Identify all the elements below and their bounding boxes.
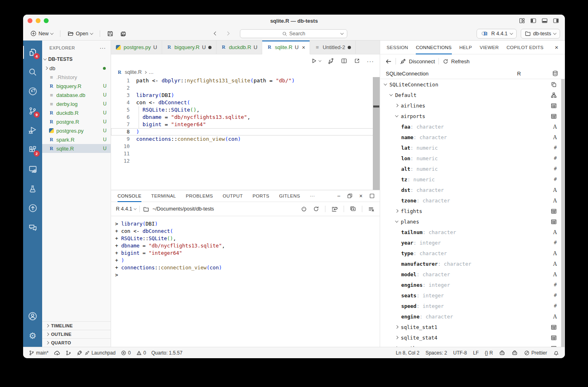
status-quarto-version[interactable]: Quarto: 1.5.57 [151,350,182,356]
toggle-bottom-panel-icon[interactable] [541,17,548,24]
panel-tab-terminal[interactable]: TERMINAL [151,190,176,202]
connections-back-button[interactable] [385,58,392,65]
run-file-button[interactable] [311,58,321,64]
split-editor-button[interactable] [341,58,347,64]
status-git-branch[interactable]: main* [29,350,49,356]
close-window-button[interactable] [28,18,32,23]
tree-node-airlines[interactable]: airlines [380,100,565,111]
activity-item-settings[interactable]: ⚙ [23,326,42,345]
panel-tab-output[interactable]: OUTPUT [223,190,243,202]
activity-item-source-control[interactable]: 9 [23,101,42,120]
tree-node-airports[interactable]: airports [380,111,565,121]
activity-item-publish[interactable] [23,198,42,218]
status-encoding[interactable]: UTF-8 [453,350,467,356]
explorer-more-actions[interactable]: ··· [100,45,106,51]
sidebar-section-timeline[interactable]: TIMELINE [42,321,111,330]
status-prettier[interactable]: Prettier [524,350,547,356]
tab-Untitled-2[interactable]: ≡Untitled-2 [310,41,356,54]
close-right-panel-icon[interactable]: × [555,44,558,51]
file-item-derby.log[interactable]: ≡derby.logU [42,99,111,108]
file-item-duckdb.R[interactable]: Rduckdb.RU [42,108,111,117]
right-tab-copilot-edits[interactable]: COPILOT EDITS [507,41,543,54]
status-indentation[interactable]: Spaces: 2 [425,350,447,356]
tree-field-manufacturer[interactable]: manufacturer : characterA [380,258,565,269]
right-tab-connections[interactable]: CONNECTIONS [416,41,451,54]
tree-field-faa[interactable]: faa : characterA [380,121,565,132]
tab-duckdb.R[interactable]: Rduckdb.RU [216,41,262,54]
console-runtime-selector[interactable]: R 4.4.1 [116,206,136,212]
console-output[interactable]: > library(DBI)+ con <- dbConnect(+ RSQLi… [111,216,380,347]
panel-tab-[interactable]: ··· [310,190,315,202]
tree-node-SQLiteConnection[interactable]: SQLiteConnection [380,79,565,90]
right-tab-help[interactable]: HELP [460,41,472,54]
workspace-root[interactable]: DB-TESTS [42,55,111,64]
toggle-right-panel-icon[interactable] [553,17,559,24]
tree-field-tzone[interactable]: tzone : characterA [380,195,565,206]
editor-more-actions[interactable]: ··· [367,58,374,64]
tree-field-tailnum[interactable]: tailnum : characterA [380,227,565,237]
toggle-left-panel-icon[interactable] [530,17,537,24]
status-eol[interactable]: LF [473,350,479,356]
tree-node-planes[interactable]: planes [380,216,565,227]
tree-node-flights[interactable]: flights [380,206,565,216]
activity-item-github[interactable] [23,82,42,101]
open-in-editor-icon[interactable] [350,206,356,212]
panel-tab-console[interactable]: CONSOLE [118,190,141,202]
tree-node-sqlite_stat4[interactable]: sqlite_stat4 [380,332,565,343]
new-button[interactable]: New [28,29,56,38]
status-copilot[interactable] [499,350,505,356]
tree-field-lon[interactable]: lon : numeric# [380,153,565,163]
activity-item-run-debug[interactable] [23,120,42,140]
open-button[interactable]: Open [65,29,95,38]
activity-item-extensions[interactable]: 2 [23,140,42,159]
sidebar-section-quarto[interactable]: QUARTO [42,338,111,347]
panel-tab-gitlens[interactable]: GITLENS [279,190,300,202]
panel-tab-ports[interactable]: PORTS [252,190,269,202]
status-copilot-chat[interactable] [511,350,518,356]
zoom-window-button[interactable] [44,18,49,23]
source-file-button[interactable] [327,58,334,64]
tree-field-lat[interactable]: lat : numeric# [380,142,565,153]
activity-item-testing[interactable] [23,179,42,198]
right-tab-session[interactable]: SESSION [387,41,408,54]
customize-layout-icon[interactable] [519,17,525,24]
status-errors[interactable]: 0 [121,350,131,356]
forward-button[interactable] [226,32,230,36]
status-warnings[interactable]: 0 [136,350,146,356]
status-git-graph[interactable] [66,350,71,356]
right-tab-viewer[interactable]: VIEWER [480,41,499,54]
minimize-window-button[interactable] [36,18,41,23]
activity-item-comments[interactable] [23,218,42,237]
file-item-database.db[interactable]: ≡database.dbU [42,90,111,99]
file-item-db[interactable]: db [42,64,111,73]
open-in-new-window-button[interactable] [354,58,360,64]
tree-field-speed[interactable]: speed : integer# [380,301,565,311]
shutdown-session-icon[interactable] [301,206,307,212]
refresh-button[interactable]: Refresh [443,58,470,64]
tree-node-sqlite_stat1[interactable]: sqlite_stat1 [380,322,565,332]
clear-console-icon[interactable] [368,206,375,213]
panel-tab-problems[interactable]: PROBLEMS [186,190,213,202]
activity-item-explorer[interactable]: 4 [23,43,42,62]
maximize-panel-icon[interactable] [369,193,375,199]
tree-node-weather[interactable]: weather [380,343,565,347]
restart-session-icon[interactable] [313,206,319,212]
tree-field-seats[interactable]: seats : integer# [380,290,565,301]
sidebar-section-outline[interactable]: OUTLINE [42,330,111,338]
activity-item-account[interactable] [23,306,42,326]
tree-field-name[interactable]: name : characterA [380,132,565,142]
disconnect-button[interactable]: Disconnect [400,58,435,65]
tree-field-type[interactable]: type : characterA [380,248,565,258]
save-button[interactable] [105,29,116,38]
file-item-spark.R[interactable]: Rspark.RU [42,135,111,144]
tree-field-alt[interactable]: alt : numeric# [380,163,565,174]
tree-field-year[interactable]: year : integer# [380,237,565,248]
word-wrap-icon[interactable] [331,206,338,213]
connection-header[interactable]: SQLiteConnection R [380,68,565,79]
file-item-postgre.R[interactable]: Rpostgre.RU [42,117,111,126]
tree-field-dst[interactable]: dst : characterA [380,185,565,195]
file-item-sqlite.R[interactable]: Rsqlite.RU [42,144,111,153]
status-language-mode[interactable]: {} R [485,350,493,356]
tree-scrollbar[interactable] [561,79,565,347]
close-panel-icon[interactable]: × [359,193,363,199]
